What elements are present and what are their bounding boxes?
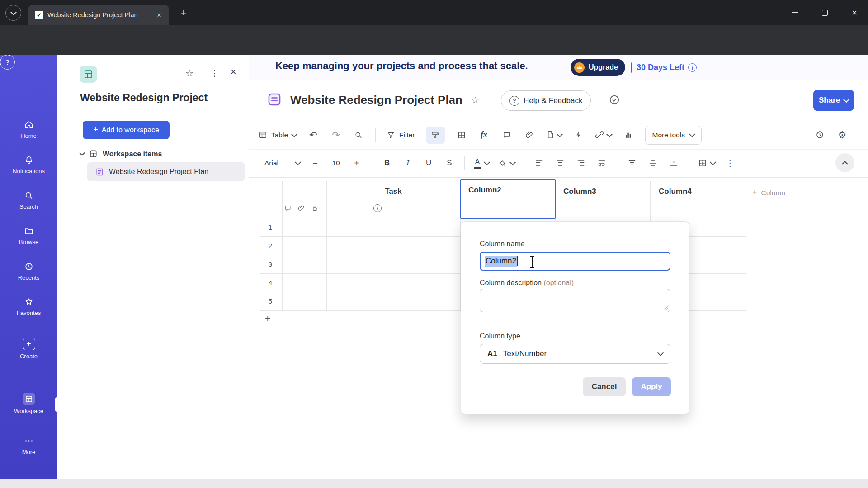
- type-value: Text/Number: [503, 349, 547, 358]
- apply-button[interactable]: Apply: [632, 377, 671, 396]
- chevron-down-icon: [509, 159, 516, 165]
- selected-column-header[interactable]: Column2: [460, 179, 556, 219]
- workspace-icon: [23, 393, 35, 405]
- format-overflow-button[interactable]: ⋮: [724, 155, 736, 172]
- valign-middle-button[interactable]: [647, 155, 659, 172]
- add-row-button[interactable]: +: [265, 313, 270, 324]
- row-number[interactable]: 4: [260, 279, 281, 286]
- sidebar-item-label: Home: [21, 132, 37, 139]
- minimize-button[interactable]: [782, 0, 808, 25]
- selected-text: Column2: [485, 256, 517, 267]
- format-painter-button-active[interactable]: [426, 127, 445, 144]
- upgrade-button[interactable]: Upgrade: [571, 59, 625, 76]
- settings-button[interactable]: ⚙: [836, 127, 848, 144]
- strikethrough-button[interactable]: S: [443, 155, 455, 172]
- sidebar-item-create[interactable]: + Create: [0, 338, 57, 360]
- sheet-list-item[interactable]: Website Redesign Project Plan: [87, 162, 245, 181]
- chart-button[interactable]: [623, 127, 634, 144]
- align-right-button[interactable]: [575, 155, 587, 172]
- activity-history-button[interactable]: [814, 127, 826, 144]
- row-number[interactable]: 1: [260, 223, 281, 231]
- bold-button[interactable]: B: [381, 155, 393, 172]
- valign-top-button[interactable]: [626, 155, 638, 172]
- share-button[interactable]: Share: [813, 90, 854, 111]
- workspace-items-section[interactable]: Workspace items: [80, 150, 162, 158]
- sheet-favorite-star[interactable]: ☆: [471, 95, 480, 106]
- column-header-col3[interactable]: Column3: [563, 185, 596, 198]
- document-menu-button[interactable]: [546, 127, 562, 144]
- add-to-workspace-button[interactable]: + Add to workspace: [83, 121, 170, 139]
- column-header-task[interactable]: Task: [326, 185, 460, 198]
- wrap-text-button[interactable]: [596, 155, 608, 172]
- row-number[interactable]: 3: [260, 260, 281, 268]
- sidebar-item-favorites[interactable]: Favorites: [0, 297, 57, 316]
- undo-button[interactable]: ↶: [307, 127, 319, 144]
- filter-button[interactable]: Filter: [387, 127, 415, 144]
- search-button[interactable]: [353, 127, 364, 144]
- align-center-button[interactable]: [554, 155, 566, 172]
- comment-button[interactable]: [501, 127, 513, 144]
- text-color-button[interactable]: A: [474, 155, 489, 172]
- lock-icon[interactable]: [311, 204, 319, 212]
- paperclip-icon[interactable]: [297, 204, 305, 212]
- view-selector[interactable]: Table: [259, 127, 297, 144]
- column-info[interactable]: i: [373, 204, 382, 212]
- chevron-up-icon: [842, 160, 848, 167]
- column-description-input[interactable]: [480, 289, 670, 312]
- italic-button[interactable]: I: [402, 155, 414, 172]
- panel-menu-icon[interactable]: ⋮: [210, 68, 219, 78]
- font-size-decrease[interactable]: −: [309, 155, 321, 172]
- comment-icon[interactable]: [284, 204, 292, 212]
- help-button[interactable]: ?: [0, 55, 15, 70]
- bar-chart-icon: [624, 131, 632, 139]
- chevron-down-icon: [484, 159, 490, 165]
- browser-tab[interactable]: ✓ Website Redesign Project Plan ✕: [28, 5, 169, 25]
- valign-bottom-button[interactable]: [668, 155, 679, 172]
- sidebar-item-more[interactable]: More: [0, 436, 57, 455]
- resize-grip-icon[interactable]: [664, 305, 669, 310]
- add-column-button[interactable]: + Column: [752, 188, 785, 197]
- fill-color-button[interactable]: [498, 155, 515, 172]
- row-number[interactable]: 5: [260, 297, 281, 305]
- link-menu-button[interactable]: [595, 127, 612, 144]
- sidebar-item-search[interactable]: Search: [0, 191, 57, 210]
- table-view-icon: [259, 131, 267, 139]
- redo-button[interactable]: ↷: [330, 127, 342, 144]
- sidebar-item-workspace[interactable]: Workspace: [0, 393, 57, 414]
- sidebar-item-browse[interactable]: Browse: [0, 226, 57, 245]
- font-selector[interactable]: Arial: [264, 155, 300, 172]
- collapse-toolbar-button[interactable]: [835, 153, 854, 172]
- column-type-select[interactable]: A1 Text/Number: [480, 344, 670, 364]
- sidebar-item-recents[interactable]: Recents: [0, 262, 57, 281]
- sidebar-item-notifications[interactable]: Notifications: [0, 155, 57, 174]
- cell-format-button[interactable]: [456, 127, 467, 144]
- cancel-button[interactable]: Cancel: [583, 377, 626, 396]
- font-size-value[interactable]: 10: [332, 159, 340, 167]
- restore-button[interactable]: [811, 0, 838, 25]
- tab-close-icon[interactable]: ✕: [154, 9, 165, 20]
- underline-button[interactable]: U: [423, 155, 434, 172]
- restore-icon: [822, 10, 828, 16]
- text-caret: [517, 256, 518, 266]
- new-tab-button[interactable]: +: [177, 7, 190, 19]
- attachment-button[interactable]: [524, 127, 535, 144]
- help-feedback-button[interactable]: ? Help & Feedback: [501, 90, 591, 111]
- column-name-input[interactable]: Column2: [480, 252, 670, 271]
- formula-button[interactable]: fx: [478, 127, 490, 144]
- info-icon[interactable]: i: [688, 63, 697, 72]
- column-header-col4[interactable]: Column4: [659, 185, 692, 198]
- row-number[interactable]: 2: [260, 242, 281, 249]
- more-tools-button[interactable]: More tools: [645, 126, 702, 145]
- tab-search-button[interactable]: [5, 5, 21, 21]
- panel-close-icon[interactable]: ✕: [230, 67, 236, 77]
- borders-button[interactable]: [698, 155, 715, 172]
- toolbar-divider: [372, 156, 372, 170]
- sidebar-item-home[interactable]: Home: [0, 120, 57, 139]
- align-left-button[interactable]: [533, 155, 545, 172]
- automation-button[interactable]: [573, 127, 585, 144]
- font-size-increase[interactable]: +: [351, 155, 363, 172]
- crown-icon: [574, 62, 585, 73]
- favorite-star-icon[interactable]: ☆: [185, 68, 193, 79]
- sheet-type-icon: [267, 92, 282, 109]
- close-button[interactable]: ✕: [841, 0, 868, 25]
